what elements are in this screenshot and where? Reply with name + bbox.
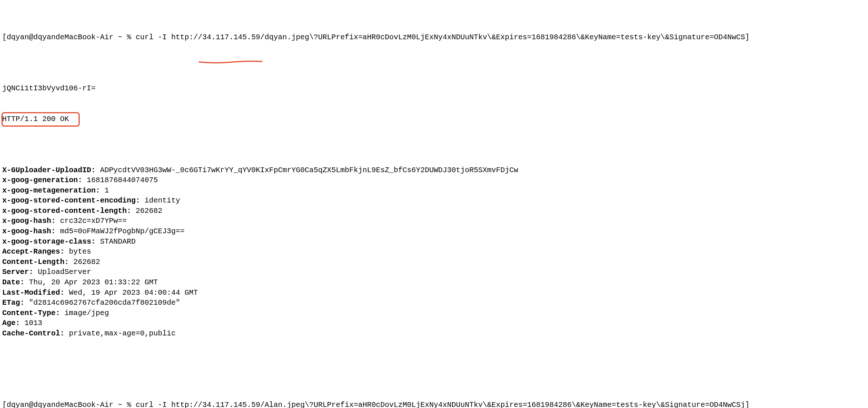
header-value: "d2814c6962767cfa206cda7f802109de" [24, 298, 180, 307]
header-key: Content-Length: [2, 258, 69, 266]
header-key: x-goog-storage-class: [2, 237, 96, 246]
header-key: Content-Type: [2, 309, 60, 317]
response-header-line: Cache-Control: private,max-age=0,public [2, 328, 866, 339]
prompt-line-text: [dqyan@dqyandeMacBook-Air ~ % curl -I ht… [2, 33, 749, 41]
terminal-output: [dqyan@dqyandeMacBook-Air ~ % curl -I ht… [0, 0, 868, 408]
header-value: UploadServer [33, 268, 91, 276]
response-header-line: Last-Modified: Wed, 19 Apr 2023 04:00:44… [2, 288, 866, 298]
header-key: ETag: [2, 298, 24, 307]
header-key: Last-Modified: [2, 288, 64, 297]
header-value: 262682 [69, 258, 100, 266]
header-value: private,max-age=0,public [64, 329, 176, 338]
header-key: x-goog-stored-content-length: [2, 207, 131, 215]
response-header-line: ETag: "d2814c6962767cfa206cda7f802109de" [2, 298, 866, 308]
response-header-line: x-goog-hash: md5=0oFMaWJ2fPogbNp/gCEJ3g=… [2, 226, 866, 237]
blank-line [2, 359, 866, 369]
http-status-1: HTTP/1.1 200 OK [2, 114, 866, 145]
response-header-line: Server: UploadServer [2, 267, 866, 277]
response-header-line: x-goog-storage-class: STANDARD [2, 237, 866, 247]
header-key: X-GUploader-UploadID: [2, 166, 96, 174]
header-value: Wed, 19 Apr 2023 04:00:44 GMT [64, 288, 198, 297]
header-value: md5=0oFMaWJ2fPogbNp/gCEJ3g== [56, 227, 185, 235]
response-header-line: x-goog-stored-content-encoding: identity [2, 195, 866, 206]
header-value: 1681876844074075 [82, 176, 158, 184]
prompt-cont-text: jQNCi1tI3bVyvd106-rI= [2, 84, 96, 93]
prompt-line-text: [dqyan@dqyandeMacBook-Air ~ % curl -I ht… [2, 401, 749, 408]
response-header-line: x-goog-stored-content-length: 262682 [2, 206, 866, 216]
response-header-line: x-goog-generation: 1681876844074075 [2, 175, 866, 185]
header-key: x-goog-generation: [2, 176, 82, 184]
response-header-line: x-goog-metageneration: 1 [2, 185, 866, 196]
curl-command-2: [dqyan@dqyandeMacBook-Air ~ % curl -I ht… [2, 400, 866, 408]
header-value: ADPycdtVV03HG3wW-_0c6GTi7wKrYY_qYV0KIxFp… [96, 166, 518, 174]
header-key: Accept-Ranges: [2, 247, 64, 256]
header-value: crc32c=xD7YPw== [56, 217, 127, 225]
header-value: 1013 [20, 319, 42, 327]
response-header-line: Content-Length: 262682 [2, 257, 866, 267]
status-text: HTTP/1.1 200 OK [2, 115, 69, 123]
header-value: 262682 [131, 207, 162, 215]
response-header-line: Accept-Ranges: bytes [2, 247, 866, 257]
response-header-line: Date: Thu, 20 Apr 2023 01:33:22 GMT [2, 277, 866, 288]
header-key: Cache-Control: [2, 329, 64, 338]
header-key: x-goog-hash: [2, 217, 56, 225]
response-header-line: Age: 1013 [2, 318, 866, 328]
header-value: 1 [100, 186, 109, 195]
header-key: x-goog-metageneration: [2, 186, 100, 195]
header-key: x-goog-hash: [2, 227, 56, 235]
header-key: Age: [2, 319, 20, 327]
header-value: Thu, 20 Apr 2023 01:33:22 GMT [24, 278, 158, 287]
response-header-line: x-goog-hash: crc32c=xD7YPw== [2, 216, 866, 226]
header-value: identity [140, 196, 180, 205]
header-value: STANDARD [96, 237, 136, 246]
header-value: image/jpeg [60, 309, 109, 317]
curl-command-1-cont: jQNCi1tI3bVyvd106-rI= [2, 83, 866, 94]
response-header-line: X-GUploader-UploadID: ADPycdtVV03HG3wW-_… [2, 165, 866, 175]
header-key: Server: [2, 268, 33, 276]
response-header-line: Content-Type: image/jpeg [2, 308, 866, 318]
curl-command-1: [dqyan@dqyandeMacBook-Air ~ % curl -I ht… [2, 32, 866, 63]
header-value: bytes [64, 247, 91, 256]
header-key: Date: [2, 278, 24, 287]
header-key: x-goog-stored-content-encoding: [2, 196, 140, 205]
